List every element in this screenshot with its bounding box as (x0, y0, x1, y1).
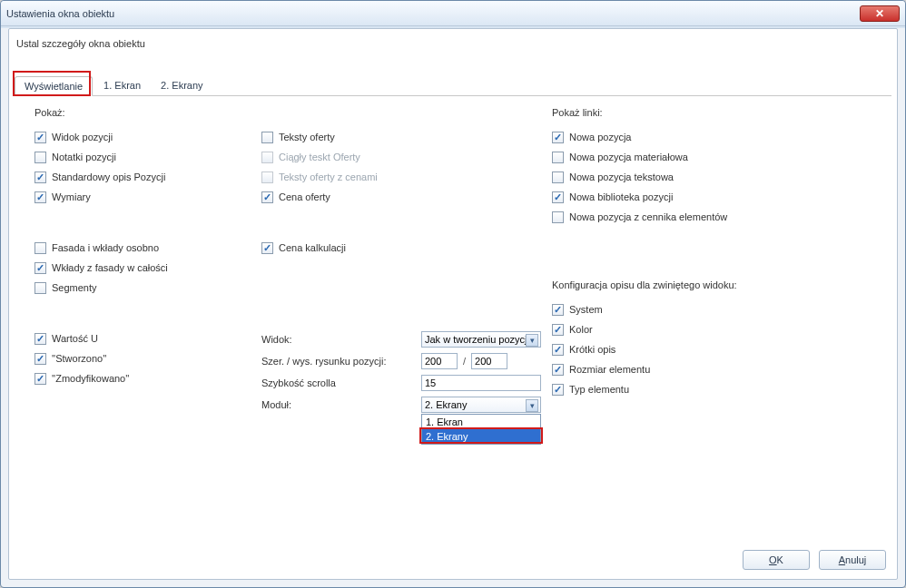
cb-nowa-pozycja[interactable] (552, 132, 564, 143)
lbl-szer-wys: Szer. / wys. rysunku pozycji: (261, 356, 416, 367)
row-cena-oferty: Cena oferty (261, 187, 552, 207)
cb-teksty-oferty-cena (261, 172, 273, 183)
row-teksty-oferty: Teksty oferty (261, 127, 552, 147)
row-cd-typ: Typ elementu (552, 379, 879, 399)
cb-teksty-oferty[interactable] (261, 132, 273, 143)
cb-wymiary[interactable] (34, 191, 46, 203)
cb-stworzono[interactable] (34, 353, 46, 365)
col-1: Widok pozycji Notatki pozycji Standardow… (34, 127, 252, 388)
row-cd-system: System (552, 299, 879, 319)
tab-display[interactable]: Wyświetlanie (15, 76, 93, 96)
row-nowa-cennik: Nowa pozycja z cennika elementów (552, 207, 879, 227)
tab-screen-1[interactable]: 1. Ekran (94, 75, 150, 95)
select-modul-option-0[interactable]: 1. Ekran (422, 415, 540, 429)
cb-ciagly-tekst (261, 152, 273, 163)
client-area: Ustal szczegóły okna obiektu Wyświetlani… (8, 28, 898, 580)
cb-nowa-cennik[interactable] (552, 211, 564, 223)
ok-button[interactable]: OK (743, 550, 810, 570)
cb-cena-oferty[interactable] (261, 191, 273, 203)
row-widok-pozycji: Widok pozycji (34, 127, 252, 147)
chevron-down-icon: ▾ (526, 334, 538, 347)
row-cena-kalkulacji: Cena kalkulacji (261, 238, 552, 258)
row-stworzono: ''Stworzono'' (34, 348, 252, 368)
cb-std-opis[interactable] (34, 172, 46, 183)
window-title: Ustawienia okna obiektu (6, 8, 860, 19)
lbl-nowa-cennik: Nowa pozycja z cennika elementów (569, 211, 727, 222)
row-szer-wys: Szer. / wys. rysunku pozycji: / (261, 350, 552, 372)
cb-nowa-tekstowa[interactable] (552, 172, 564, 183)
lbl-segmenty: Segmenty (52, 282, 97, 293)
select-modul-option-0-label: 1. Ekran (426, 416, 463, 427)
row-nowa-biblioteka: Nowa biblioteka pozycji (552, 187, 879, 207)
tab-screen-2-label: 2. Ekrany (161, 80, 202, 91)
col-2: Teksty oferty Ciągły teskt Oferty Teksty… (261, 127, 552, 416)
row-wymiary: Wymiary (34, 187, 252, 207)
row-widok-select: Widok: Jak w tworzeniu pozycji ▾ (261, 328, 552, 350)
cb-zmodyfikowano[interactable] (34, 373, 46, 385)
cb-widok-pozycji[interactable] (34, 132, 46, 143)
lbl-cena-kalkulacji: Cena kalkulacji (279, 242, 346, 253)
lbl-scroll: Szybkość scrolla (261, 377, 416, 388)
row-notatki-pozycji: Notatki pozycji (34, 147, 252, 167)
lbl-nowa-biblioteka: Nowa biblioteka pozycji (569, 191, 673, 202)
ok-rest: K (777, 554, 783, 565)
slash-separator: / (463, 356, 466, 367)
tab-screen-2[interactable]: 2. Ekrany (152, 75, 212, 95)
select-widok[interactable]: Jak w tworzeniu pozycji ▾ (421, 331, 541, 348)
lbl-teksty-oferty: Teksty oferty (279, 132, 335, 142)
lbl-cd-rozmiar: Rozmiar elementu (569, 364, 650, 375)
cb-cd-system[interactable] (552, 304, 564, 316)
row-cd-krotki-opis: Krótki opis (552, 339, 879, 359)
lbl-modul: Moduł: (261, 399, 416, 410)
dialog-footer: OK Anuluj (743, 550, 886, 570)
cb-cd-rozmiar[interactable] (552, 364, 564, 376)
select-modul-value: 2. Ekrany (425, 399, 467, 410)
row-cd-rozmiar: Rozmiar elementu (552, 359, 879, 379)
lbl-zmodyfikowano: ''Zmodyfikowano'' (52, 373, 129, 384)
cb-cd-kolor[interactable] (552, 324, 564, 336)
lbl-wklady-calosc: Wkłady z fasady w całości (52, 262, 168, 273)
lbl-wartosc-u: Wartość U (52, 333, 98, 344)
row-teksty-oferty-cena: Teksty oferty z cenami (261, 167, 552, 187)
row-zmodyfikowano: ''Zmodyfikowano'' (34, 368, 252, 388)
select-modul-option-1[interactable]: 2. Ekrany (422, 429, 540, 444)
input-szer[interactable] (421, 353, 458, 369)
titlebar: Ustawienia okna obiektu ✕ (1, 1, 905, 26)
cb-cd-typ[interactable] (552, 384, 564, 396)
cb-notatki-pozycji[interactable] (34, 152, 46, 163)
cb-fasada-osobno[interactable] (34, 242, 46, 254)
input-wys[interactable] (471, 353, 507, 369)
lbl-std-opis: Standardowy opis Pozycji (52, 172, 165, 182)
section-show: Pokaż: (34, 107, 65, 118)
lbl-cd-system: System (569, 304, 603, 315)
select-modul-dropdown: 1. Ekran 2. Ekrany (421, 414, 541, 445)
dialog-subtitle: Ustal szczegóły okna obiektu (16, 38, 145, 49)
input-scroll[interactable] (421, 375, 541, 391)
cb-cena-kalkulacji[interactable] (261, 242, 273, 254)
section-show-links: Pokaż linki: (552, 107, 603, 118)
row-wartosc-u: Wartość U (34, 328, 252, 348)
cancel-button[interactable]: Anuluj (819, 550, 886, 570)
row-ciagly-tekst: Ciągły teskt Oferty (261, 147, 552, 167)
lbl-cd-typ: Typ elementu (569, 384, 629, 395)
tab-content: Pokaż: Pokaż linki: Konfiguracja opisu d… (25, 107, 881, 539)
cb-nowa-materialowa[interactable] (552, 152, 564, 163)
row-fasada-osobno: Fasada i wkłady osobno (34, 238, 252, 258)
select-modul[interactable]: 2. Ekrany ▾ (421, 397, 541, 413)
lbl-stworzono: ''Stworzono'' (52, 353, 106, 364)
cb-wartosc-u[interactable] (34, 333, 46, 345)
tabstrip: Wyświetlanie 1. Ekran 2. Ekrany (15, 74, 891, 96)
select-widok-value: Jak w tworzeniu pozycji (425, 334, 529, 345)
row-nowa-tekstowa: Nowa pozycja tekstowa (552, 167, 879, 187)
cb-segmenty[interactable] (34, 282, 46, 294)
cb-nowa-biblioteka[interactable] (552, 191, 564, 203)
cb-cd-krotki-opis[interactable] (552, 344, 564, 356)
lbl-cd-kolor: Kolor (569, 324, 593, 335)
settings-window: Ustawienia okna obiektu ✕ Ustal szczegół… (0, 0, 906, 588)
row-std-opis: Standardowy opis Pozycji (34, 167, 252, 187)
lbl-fasada-osobno: Fasada i wkłady osobno (52, 242, 159, 253)
close-button[interactable]: ✕ (860, 5, 900, 22)
row-nowa-pozycja: Nowa pozycja (552, 127, 879, 147)
select-modul-option-1-label: 2. Ekrany (426, 431, 468, 442)
cb-wklady-calosc[interactable] (34, 262, 46, 274)
